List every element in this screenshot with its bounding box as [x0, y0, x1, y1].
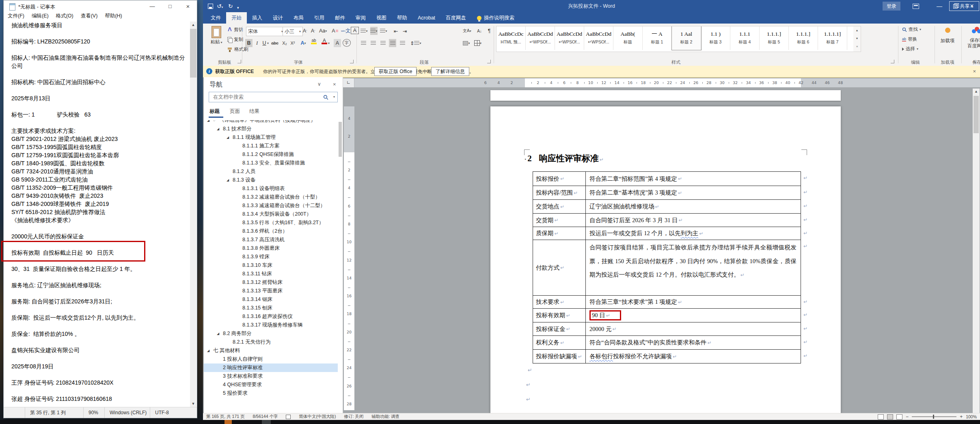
distribute-icon[interactable]: [399, 39, 406, 47]
zoom-out-icon[interactable]: −: [906, 414, 909, 420]
language-indicator[interactable]: 简体中文(中国大陆): [299, 414, 336, 420]
track-changes-indicator[interactable]: 修订: 关闭: [344, 414, 363, 420]
subscript-icon[interactable]: X₂: [281, 39, 288, 47]
font-dialog-launcher-icon[interactable]: [350, 60, 354, 63]
web-layout-icon[interactable]: [896, 414, 902, 420]
tab-邮件[interactable]: 邮件: [330, 12, 350, 24]
zoom-in-icon[interactable]: +: [960, 414, 963, 420]
nav-item[interactable]: 8.1.3.10 车床: [204, 261, 338, 270]
nav-item[interactable]: 8.1.3.14 锯床: [204, 295, 338, 304]
style-card[interactable]: 1.1.1.]标题 6: [789, 26, 818, 50]
style-card[interactable]: AaBb(标题: [613, 26, 643, 50]
nav-item[interactable]: ◢七 其他材料: [204, 346, 338, 355]
multilevel-list-icon[interactable]: ▾: [380, 27, 387, 35]
nav-item[interactable]: 8.1.3.4 大型拆装设备（200T）: [204, 210, 338, 218]
expand-triangle-icon[interactable]: ◢: [217, 329, 223, 338]
nav-item[interactable]: ◢○《详细清单》中响应的资料（按顺序响应）: [204, 120, 338, 125]
nav-item[interactable]: 2 响应性评审标准: [204, 363, 338, 372]
style-card[interactable]: 1.1 )标题 3: [701, 26, 730, 50]
addins-button[interactable]: 加载项: [939, 28, 956, 43]
collapse-ribbon-icon[interactable]: ∧: [973, 59, 976, 64]
nav-item[interactable]: ◢8.1.1 现场施工管理: [204, 133, 338, 142]
get-genuine-office-button[interactable]: 获取正版 Office: [374, 67, 417, 76]
tab-帮助[interactable]: 帮助: [392, 12, 412, 24]
style-card[interactable]: 一 A标题 1: [643, 26, 672, 50]
nav-item[interactable]: 8.1.3.2 减速箱磨合试验台（十型）: [204, 193, 338, 201]
character-border-icon[interactable]: A: [351, 27, 359, 34]
increase-indent-icon[interactable]: ⇥: [401, 27, 408, 35]
tab-引用[interactable]: 引用: [309, 12, 330, 24]
page-indicator[interactable]: 第 165 页, 共 171 页: [206, 414, 245, 420]
nav-item[interactable]: 8.1.3.15 刨床: [204, 304, 338, 312]
expand-triangle-icon[interactable]: ◢: [207, 346, 213, 355]
nav-item[interactable]: 8.1.3.3 减速箱磨合试验台（十二型）: [204, 201, 338, 210]
maximize-icon[interactable]: □: [161, 0, 179, 13]
styles-dialog-launcher-icon[interactable]: [891, 60, 894, 63]
font-name-select[interactable]: 宋体▾: [246, 27, 285, 36]
sort-icon[interactable]: A↓: [476, 27, 483, 35]
nav-item[interactable]: 8.1.3.8 外圆磨床: [204, 244, 338, 253]
notepad-scrollbar[interactable]: ▲ ▼: [190, 22, 196, 407]
shading-icon[interactable]: ▾: [463, 39, 470, 47]
format-painter-button[interactable]: 格式刷: [227, 46, 248, 52]
style-card[interactable]: 1.1.1.]标题 5: [760, 26, 789, 50]
tab-插入[interactable]: 插入: [247, 12, 268, 24]
shrink-font-icon[interactable]: Aˇ: [309, 27, 317, 35]
notepad-titlebar[interactable]: *无标题 - 记事本 — □ ×: [4, 0, 197, 13]
nav-item[interactable]: ◢8.1 技术部分: [204, 125, 338, 133]
style-card[interactable]: 1.1.1.1]标题 7: [818, 26, 847, 50]
italic-icon[interactable]: I: [253, 39, 261, 47]
strikethrough-icon[interactable]: abc: [271, 39, 278, 47]
scroll-down-icon[interactable]: ▼: [190, 400, 196, 407]
accessibility-indicator[interactable]: 辅助功能: 调查: [371, 414, 399, 420]
clear-formatting-icon[interactable]: A: [331, 27, 339, 35]
tab-文件[interactable]: 文件: [205, 12, 226, 24]
nav-item[interactable]: 8.1.3.1 设备明细表: [204, 184, 338, 193]
pinyin-guide-icon[interactable]: wén文: [341, 27, 351, 35]
nav-item[interactable]: 8.1.2 人员: [204, 167, 338, 176]
nav-item[interactable]: 8.1.3.9 镗床: [204, 253, 338, 261]
line-spacing-icon[interactable]: ⇕▾: [410, 39, 421, 47]
chevron-down-icon[interactable]: ∨: [317, 81, 321, 87]
close-icon[interactable]: ×: [179, 0, 197, 13]
share-button[interactable]: ⇱ 共享 ∨: [949, 1, 979, 11]
notepad-menu-item[interactable]: 查看(V): [81, 13, 98, 19]
nav-tab-results[interactable]: 结果: [249, 108, 259, 115]
show-hide-marks-icon[interactable]: ¶: [486, 27, 493, 35]
asian-layout-icon[interactable]: 文A▾: [463, 27, 471, 35]
justify-icon[interactable]: [389, 39, 396, 47]
align-left-icon[interactable]: [360, 39, 367, 47]
nav-item[interactable]: 8.1.3.7 高压清洗机: [204, 236, 338, 244]
notepad-menu-item[interactable]: 编辑(E): [32, 13, 49, 19]
align-center-icon[interactable]: [369, 39, 377, 47]
expand-triangle-icon[interactable]: ◢: [227, 133, 233, 142]
find-button[interactable]: 查找▾: [902, 26, 921, 32]
print-layout-icon[interactable]: [887, 414, 893, 420]
proofing-icon[interactable]: [286, 415, 291, 419]
nav-tab-pages[interactable]: 页面: [230, 108, 240, 115]
scroll-up-icon[interactable]: ▲: [973, 89, 980, 93]
nav-item[interactable]: 8.1.3.17 现场服务维修车辆: [204, 321, 338, 329]
text-effects-icon[interactable]: A▾: [300, 39, 307, 47]
tab-开始[interactable]: 开始: [226, 12, 247, 24]
tab-百度网盘[interactable]: 百度网盘: [440, 12, 471, 24]
align-right-icon[interactable]: [379, 39, 386, 47]
nav-item[interactable]: 4 QHSE管理要求: [204, 381, 338, 389]
nav-item[interactable]: 8.1.3.5 行吊（大钩16T、副钩3.2T）: [204, 218, 338, 227]
style-card[interactable]: AaBbCcDd↵WPSOf...: [526, 26, 555, 50]
nav-item[interactable]: 8.1.3.11 钻床: [204, 270, 338, 278]
notepad-menu-item[interactable]: 文件(F): [8, 13, 24, 19]
nav-item[interactable]: 8.1.1.3 安全、质量保障措施: [204, 159, 338, 167]
nav-item[interactable]: 3 技术标准和要求: [204, 372, 338, 381]
clipboard-dialog-launcher-icon[interactable]: [237, 60, 241, 63]
numbering-icon[interactable]: ▾: [370, 27, 378, 35]
nav-scrollbar-thumb[interactable]: [339, 122, 342, 157]
select-button[interactable]: 选择▾: [902, 46, 918, 52]
scrollbar-thumb[interactable]: [190, 29, 196, 78]
grow-font-icon[interactable]: Aˆ: [301, 27, 309, 35]
zoom-percent[interactable]: 100%: [966, 414, 977, 419]
close-icon[interactable]: ×: [973, 68, 976, 74]
tab-审阅[interactable]: 审阅: [350, 12, 371, 24]
enclose-characters-icon[interactable]: 字: [343, 39, 351, 47]
minimize-icon[interactable]: —: [143, 0, 161, 13]
